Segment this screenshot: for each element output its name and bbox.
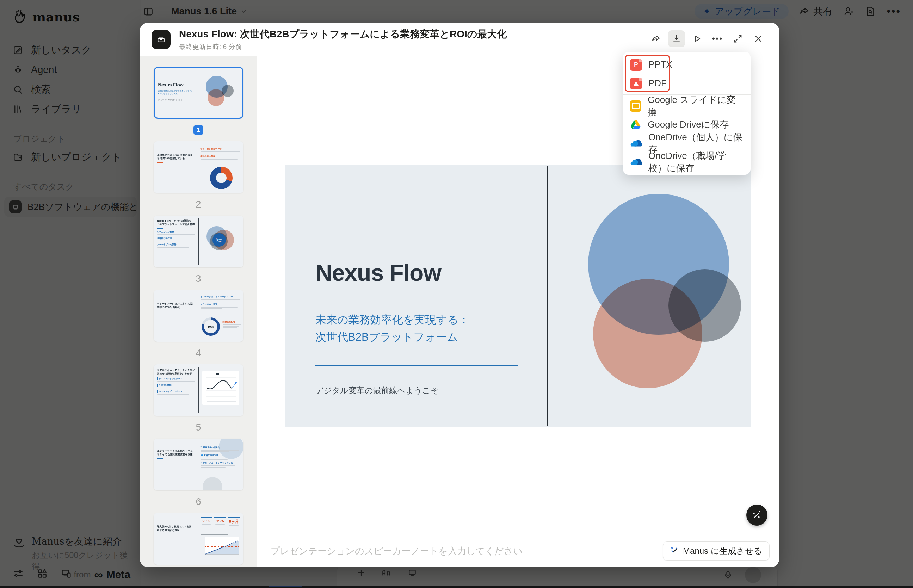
thumbnail-number-badge: 1 [194, 125, 203, 135]
thumb3-center-circle: NexusFlow [212, 233, 226, 247]
generate-button-label: Manus に生成させる [683, 545, 762, 557]
magic-wand-fab[interactable] [747, 504, 768, 526]
speaker-notes-bar: Manus に生成させる [257, 535, 779, 567]
modal-header: Nexus Flow: 次世代B2Bプラットフォームによる業務変革とROIの最大… [139, 23, 779, 57]
share-presentation-icon[interactable] [648, 30, 664, 47]
thumbnail-number: 2 [154, 193, 244, 216]
thumb5-line-chart [202, 371, 239, 405]
thumb6-point: グローバル・コンプライアンス [203, 462, 233, 464]
thumb1-note: デジタル変革の最前線へようこそ [158, 99, 195, 101]
slide-thumbnail-6[interactable]: エンタープライズ基準の セキュリティで 企業の重要資産を保護 🛡 最高水準の暗号… [154, 439, 244, 490]
thumbnail-number: 5 [154, 416, 244, 439]
pptx-file-icon: P [630, 59, 642, 71]
thumb7-roi-chart [200, 533, 240, 558]
download-icon[interactable] [668, 30, 685, 47]
close-icon[interactable] [750, 30, 767, 47]
menu-item-google-slides[interactable]: Google スライドに変換 [623, 97, 751, 115]
menu-item-pptx[interactable]: P PPTX [623, 55, 751, 74]
thumb6-point: 最高水準の暗号化 [203, 446, 220, 449]
thumb2-point: サイロ化されたデータ [200, 147, 240, 150]
slide-subtitle: 未来の業務効率化を実現する： 次世代B2Bプラットフォーム [315, 311, 469, 346]
thumb4-point: インテリジェント・ワークフロー [200, 295, 240, 299]
magic-sparkle-icon [670, 547, 679, 555]
thumb1-subtitle: 未来の業務効率化を実現する： 次世代B2Bプラットフォーム [158, 89, 195, 95]
last-updated: 最終更新日時: 6 分前 [179, 42, 507, 52]
slide-thumbnail-1[interactable]: Nexus Flow 未来の業務効率化を実現する： 次世代B2Bプラットフォーム… [154, 67, 244, 119]
speaker-notes-input[interactable] [270, 545, 663, 557]
thumb5-point: ライブ・ダッシュボード [157, 377, 195, 381]
thumb2-point: 手動作業の限界 [200, 155, 240, 158]
thumb7-title: 導入後6ヶ月で 投資コストを回収する 圧倒的なROI [157, 525, 193, 532]
menu-item-onedrive-business[interactable]: OneDrive（職場/学校）に保存 [623, 153, 751, 171]
thumb1-title: Nexus Flow [158, 82, 195, 87]
slide-caption: デジタル変革の最前線へようこそ [315, 385, 439, 396]
thumb2-donut-chart [210, 166, 233, 189]
thumb6-title: エンタープライズ基準の セキュリティで 企業の重要資産を保護 [157, 449, 193, 456]
slide-thumbnail-rail: Nexus Flow 未来の業務効率化を実現する： 次世代B2Bプラットフォーム… [139, 57, 257, 567]
menu-item-label: Google Driveに保存 [648, 118, 729, 131]
thumb7-stat: 6ヶ月 [228, 519, 240, 524]
download-menu: P PPTX PDF Google スライドに変換 Google Driveに保… [623, 52, 751, 175]
thumb5-title: リアルタイム・アナリティクスが 迅速かつ正確な意思決定を支援 [157, 368, 195, 376]
thumb3-title: Nexus Flow： すべての業務を一つのプラットフォームで統合管理 [157, 219, 195, 226]
thumb4-point: 時間の再配置 [223, 321, 241, 324]
thumb4-title: AIオートメーションにより 定型業務の80%を 自動化 [157, 302, 193, 309]
thumb4-point: エラーゼロの実現 [200, 303, 240, 306]
presentation-title: Nexus Flow: 次世代B2Bプラットフォームによる業務変革とROIの最大… [179, 27, 507, 41]
thumb4-progress-ring: 80% [202, 317, 220, 336]
thumb6-point: 厳格な権限管理 [204, 454, 218, 456]
slide-divider-rule [315, 365, 518, 366]
onedrive-icon [630, 139, 642, 148]
onedrive-icon [630, 158, 642, 166]
slide-vertical-divider [547, 166, 548, 426]
thumb3-point: スケーラブルな設計 [157, 243, 195, 246]
thumb5-point: カスタマイズ・レポート [157, 390, 195, 393]
thumb4-stat: 80% [204, 320, 217, 333]
venn-gray-circle [669, 269, 741, 342]
thumb6-deco-circle [203, 477, 222, 490]
play-presentation-icon[interactable] [688, 30, 705, 47]
generate-notes-button[interactable]: Manus に生成させる [663, 541, 769, 561]
thumbnail-number: 3 [154, 267, 244, 290]
slide-thumbnail-2[interactable]: 非効率なプロセスが 企業の成長を 年間30%阻害している サイロ化されたデータ … [154, 141, 244, 193]
slide-thumbnail-5[interactable]: リアルタイム・アナリティクスが 迅速かつ正確な意思決定を支援 ライブ・ダッシュボ… [154, 364, 244, 416]
venn-gray-circle [221, 85, 234, 97]
thumb2-title: 非効率なプロセスが 企業の成長を 年間30%阻害している [157, 153, 193, 160]
thumb3-point: 直感的な操作性 [157, 237, 195, 240]
menu-item-label: PPTX [648, 59, 672, 70]
slide-thumbnail-7[interactable]: 導入後6ヶ月で 投資コストを回収する 圧倒的なROI 25% 15% 6ヶ月 [154, 513, 244, 565]
thumb7-stat: 15% [214, 519, 226, 523]
google-slides-icon [630, 100, 642, 111]
slide-thumbnail-3[interactable]: Nexus Flow： すべての業務を一つのプラットフォームで統合管理 シームレ… [154, 216, 244, 267]
thumbnail-number: 6 [154, 490, 244, 513]
menu-item-label: PDF [648, 78, 667, 89]
thumb5-point: 予測分析機能 [157, 384, 195, 387]
menu-item-label: Google スライドに変換 [648, 94, 743, 118]
fullscreen-icon[interactable] [729, 30, 747, 47]
menu-item-label: OneDrive（職場/学校）に保存 [648, 150, 743, 174]
thumbnail-number: 7 [154, 565, 244, 567]
thumb3-point: シームレスな統合 [157, 230, 195, 234]
slide-title: Nexus Flow [315, 259, 441, 286]
google-drive-icon [630, 120, 642, 130]
magic-wand-icon [751, 510, 762, 520]
thumbnail-number: 4 [154, 342, 244, 364]
more-options-icon[interactable]: ••• [709, 30, 726, 47]
current-slide[interactable]: Nexus Flow 未来の業務効率化を実現する： 次世代B2Bプラットフォーム… [285, 165, 751, 427]
pdf-file-icon [630, 78, 642, 89]
thumb7-stat: 25% [200, 519, 212, 523]
menu-item-pdf[interactable]: PDF [623, 74, 751, 93]
slide-thumbnail-4[interactable]: AIオートメーションにより 定型業務の80%を 自動化 インテリジェント・ワーク… [154, 290, 244, 342]
slides-app-icon [152, 30, 171, 49]
